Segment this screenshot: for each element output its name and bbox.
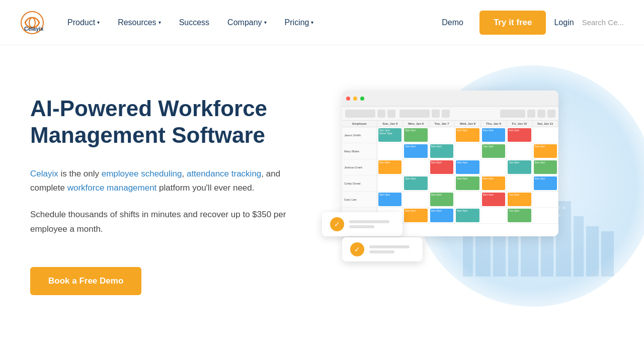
col-header-name: Employee — [342, 121, 377, 127]
employee-name: Cindy Dowd — [342, 175, 377, 192]
dashboard-preview: Employee Sun, Jan 5 Mon, Jan 6 Tue, Jan … — [322, 85, 584, 277]
schedule-grid: Employee Sun, Jan 5 Mon, Jan 6 Tue, Jan … — [342, 121, 558, 224]
svg-rect-12 — [601, 231, 614, 277]
shift-cell: 9am-5pm — [429, 159, 455, 175]
svg-rect-11 — [586, 226, 599, 277]
shift-cell — [455, 143, 480, 159]
col-header-thu: Thu, Jan 9 — [481, 121, 507, 127]
nav-item-company[interactable]: Company ▾ — [219, 14, 274, 31]
window-dot-yellow — [353, 97, 357, 101]
employee-scheduling-link[interactable]: employee scheduling — [102, 169, 182, 178]
toolbar-btn — [377, 110, 385, 118]
shift-cell: 8am-4pm — [533, 143, 558, 159]
shift-cell: 7am-3pm — [507, 192, 532, 208]
try-free-button[interactable]: Try it free — [479, 11, 546, 35]
shift-cell — [533, 127, 558, 143]
check-card-1: ✓ — [322, 212, 403, 236]
celayix-link[interactable]: Celayix — [30, 169, 58, 178]
shift-cell: 9am-5pm — [455, 127, 480, 143]
nav-item-pricing[interactable]: Pricing ▾ — [277, 14, 322, 31]
shift-cell: 9am-5pm — [455, 175, 480, 192]
shift-cell: 8am-4pm — [429, 143, 455, 159]
check-line — [349, 225, 374, 228]
nav-right: Demo Try it free Login Search Ce... — [434, 11, 624, 35]
window-dot-green — [360, 97, 364, 101]
schedule-header — [342, 90, 558, 107]
shift-cell — [455, 192, 480, 208]
attendance-tracking-link[interactable]: attendance tracking — [187, 169, 261, 178]
shift-cell: 8am-4pm — [377, 192, 403, 208]
col-header-fri: Fri, Jan 10 — [507, 121, 532, 127]
shift-cell — [377, 143, 403, 159]
employee-name: Gary Lee — [342, 192, 377, 208]
toolbar-icon — [442, 110, 450, 118]
shift-cell: 8am-4pm — [455, 208, 480, 224]
svg-text:Celayix: Celayix — [24, 26, 44, 32]
employee-name: Jason Smith — [342, 127, 377, 143]
shift-cell — [533, 192, 558, 208]
shift-cell: 8am-4pm — [403, 175, 429, 192]
shift-cell: 7am-3pm — [481, 143, 507, 159]
checkmark-icon: ✓ — [350, 242, 364, 256]
col-header-sun: Sun, Jan 5 — [377, 121, 403, 127]
employee-name: Joshua Grant — [342, 159, 377, 175]
check-line — [369, 250, 394, 253]
workforce-management-link[interactable]: workforce management — [67, 183, 157, 193]
shift-cell — [481, 159, 507, 175]
shift-cell: 8am-4pm — [481, 192, 507, 208]
col-header-wed: Wed, Jan 8 — [455, 121, 480, 127]
shift-cell: 9am-5pm — [429, 208, 455, 224]
shift-cell: 7am-3pm — [507, 159, 532, 175]
hero-title: AI-Powered Workforce Management Software — [30, 96, 292, 149]
chevron-down-icon: ▾ — [97, 20, 100, 25]
shift-cell: 8am-4pm — [455, 159, 480, 175]
book-demo-button[interactable]: Book a Free Demo — [30, 267, 141, 295]
search-text[interactable]: Search Ce... — [582, 18, 624, 27]
shift-cell: 9am-5pm — [429, 192, 455, 208]
toolbar-search — [500, 110, 525, 118]
shift-cell: 8am-4pm — [403, 127, 429, 143]
shift-cell: 8am-4pm — [481, 127, 507, 143]
hero-section: AI-Powered Workforce Management Software… — [0, 45, 644, 362]
shift-cell — [429, 127, 455, 143]
shift-cell: 8am-4pm — [533, 159, 558, 175]
shift-cell — [507, 143, 532, 159]
checkmark-icon: ✓ — [330, 217, 344, 231]
nav-item-product[interactable]: Product ▾ — [59, 14, 108, 31]
toolbar-icon — [527, 110, 535, 118]
employee-name: Mary Blake — [342, 143, 377, 159]
check-card-2: ✓ — [342, 237, 423, 261]
shift-cell: 8am-4pm — [481, 175, 507, 192]
shift-cell — [507, 175, 532, 192]
check-line — [369, 245, 410, 248]
nav-item-resources[interactable]: Resources ▾ — [110, 14, 169, 31]
celayix-logo-icon: Celayix — [20, 11, 44, 35]
hero-left: AI-Powered Workforce Management Software… — [30, 85, 292, 295]
logo[interactable]: Celayix — [20, 11, 44, 35]
svg-rect-19 — [562, 206, 566, 209]
shift-cell — [403, 192, 429, 208]
window-dot-red — [346, 97, 350, 101]
chevron-down-icon: ▾ — [311, 20, 313, 25]
svg-rect-3 — [463, 236, 473, 277]
demo-link[interactable]: Demo — [434, 14, 471, 31]
shift-cell — [429, 175, 455, 192]
shift-cell — [377, 175, 403, 192]
chevron-down-icon: ▾ — [158, 20, 161, 25]
toolbar-btn — [387, 110, 395, 118]
login-link[interactable]: Login — [554, 18, 574, 27]
chevron-down-icon: ▾ — [264, 20, 267, 25]
shift-cell — [481, 208, 507, 224]
navbar: Celayix Product ▾ Resources ▾ Success Co… — [0, 0, 644, 45]
shift-cell: 7am-3pm — [507, 208, 532, 224]
toolbar-icon — [537, 110, 545, 118]
nav-links: Product ▾ Resources ▾ Success Company ▾ … — [59, 14, 434, 31]
hero-sub-description: Schedule thousands of shifts in minutes … — [30, 208, 292, 237]
col-header-sat: Sat, Jan 11 — [533, 121, 558, 127]
check-line — [349, 220, 389, 223]
svg-rect-10 — [574, 216, 584, 277]
toolbar-dropdown — [399, 110, 430, 118]
nav-item-success[interactable]: Success — [171, 14, 217, 31]
col-header-tue: Tue, Jan 7 — [429, 121, 455, 127]
check-card-lines — [349, 220, 389, 228]
